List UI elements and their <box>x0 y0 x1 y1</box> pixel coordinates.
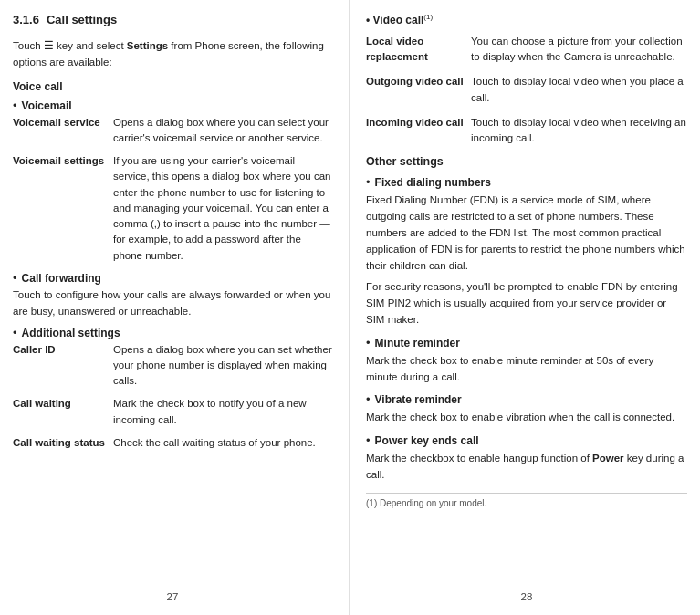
call-forwarding-label: Call forwarding <box>22 272 101 285</box>
left-column: 3.1.6 Call settings Touch ☰ key and sele… <box>0 0 350 615</box>
voicemail-settings-def: If you are using your carrier's voicemai… <box>113 153 332 264</box>
outgoing-video-def: Touch to display local video when you pl… <box>471 74 687 106</box>
fixed-dialing-bullet: • Fixed dialing numbers <box>366 175 687 189</box>
voicemail-settings-block: Voicemail settings If you are using your… <box>13 153 332 264</box>
fixed-dialing-label: Fixed dialing numbers <box>375 176 491 189</box>
additional-settings-bullet: • Additional settings <box>13 326 332 339</box>
bullet-icon-5: • <box>366 336 371 349</box>
video-call-section: • Video call(1) <box>366 13 687 26</box>
right-column: • Video call(1) Local video replacement … <box>350 0 700 615</box>
left-page-number: 27 <box>13 591 332 602</box>
outgoing-video-term: Outgoing video call <box>366 74 471 106</box>
caller-id-def: Opens a dialog box where you can set whe… <box>113 342 332 390</box>
call-waiting-status-block: Call waiting status Check the call waiti… <box>13 435 332 451</box>
intro-paragraph: Touch ☰ key and select Settings from Pho… <box>13 37 332 71</box>
bullet-icon-7: • <box>366 433 371 447</box>
other-settings-title: Other settings <box>366 155 687 168</box>
caller-id-block: Caller ID Opens a dialog box where you c… <box>13 342 332 390</box>
caller-id-term: Caller ID <box>13 342 113 390</box>
section-heading: 3.1.6 Call settings <box>13 13 332 32</box>
minute-reminder-bullet: • Minute reminder <box>366 336 687 349</box>
incoming-video-block: Incoming video call Touch to display loc… <box>366 115 687 147</box>
video-call-superscript: (1) <box>423 13 433 21</box>
call-waiting-def: Mark the check box to notify you of a ne… <box>113 396 332 428</box>
call-waiting-term: Call waiting <box>13 396 113 428</box>
voicemail-service-term: Voicemail service <box>13 115 113 147</box>
call-forwarding-bullet: • Call forwarding <box>13 271 332 285</box>
call-waiting-status-def: Check the call waiting status of your ph… <box>113 435 332 451</box>
video-call-label: • Video call <box>366 14 423 26</box>
voicemail-settings-term: Voicemail settings <box>13 153 113 264</box>
fixed-dialing-desc: Fixed Dialing Number (FDN) is a service … <box>366 193 687 274</box>
vibrate-reminder-label: Vibrate reminder <box>375 393 462 406</box>
local-video-term: Local video replacement <box>366 34 471 66</box>
bullet-icon-2: • <box>13 271 17 285</box>
power-key-bullet: • Power key ends call <box>366 433 687 447</box>
left-content: 3.1.6 Call settings Touch ☰ key and sele… <box>13 13 332 582</box>
voicemail-service-block: Voicemail service Opens a dialog box whe… <box>13 115 332 147</box>
right-page-number: 28 <box>366 591 687 602</box>
page-container: 3.1.6 Call settings Touch ☰ key and sele… <box>0 0 700 615</box>
vibrate-reminder-bullet: • Vibrate reminder <box>366 392 687 406</box>
section-title: Call settings <box>47 13 117 26</box>
local-video-def: You can choose a picture from your colle… <box>471 34 687 66</box>
local-video-block: Local video replacement You can choose a… <box>366 34 687 66</box>
incoming-video-def: Touch to display local video when receiv… <box>471 115 687 147</box>
bullet-icon-6: • <box>366 392 371 406</box>
power-key-desc: Mark the checkbox to enable hangup funct… <box>366 451 687 484</box>
minute-reminder-label: Minute reminder <box>375 337 460 349</box>
call-waiting-block: Call waiting Mark the check box to notif… <box>13 396 332 428</box>
bullet-icon: • <box>13 99 17 112</box>
minute-reminder-desc: Mark the check box to enable minute remi… <box>366 353 687 386</box>
vibrate-reminder-desc: Mark the check box to enable vibration w… <box>366 410 687 426</box>
outgoing-video-block: Outgoing video call Touch to display loc… <box>366 74 687 106</box>
fixed-dialing-extra: For security reasons, you'll be prompted… <box>366 279 687 328</box>
section-number: 3.1.6 <box>13 13 39 26</box>
voicemail-service-def: Opens a dialog box where you can select … <box>113 115 332 147</box>
incoming-video-term: Incoming video call <box>366 115 471 147</box>
voicemail-bullet: • Voicemail <box>13 99 332 112</box>
voicemail-label: Voicemail <box>22 99 72 112</box>
additional-settings-label: Additional settings <box>22 327 120 339</box>
power-key-label: Power key ends call <box>375 434 479 447</box>
voice-call-heading: Voice call <box>13 80 332 93</box>
call-forwarding-desc: Touch to configure how your calls are al… <box>13 287 332 320</box>
footnote: (1) Depending on your model. <box>366 493 687 508</box>
bullet-icon-4: • <box>366 175 371 189</box>
right-content: • Video call(1) Local video replacement … <box>366 13 687 582</box>
call-waiting-status-term: Call waiting status <box>13 435 113 451</box>
bullet-icon-3: • <box>13 326 17 339</box>
